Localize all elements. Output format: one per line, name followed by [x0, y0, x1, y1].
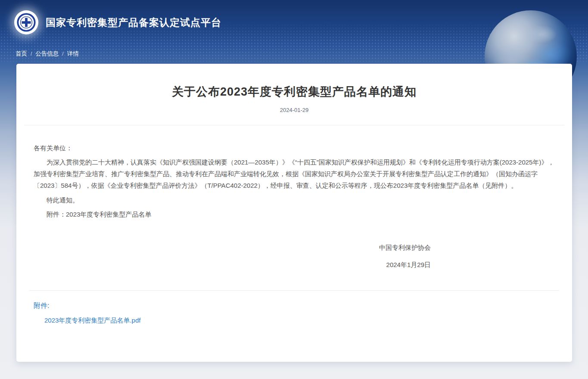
- attachment-file-link[interactable]: 2023年度专利密集型产品名单.pdf: [44, 317, 140, 325]
- brand: 国家专利密集型产品备案认定试点平台: [0, 0, 588, 34]
- signature-date: 2024年1月29日: [34, 259, 431, 270]
- breadcrumb-item-current: 详情: [67, 50, 79, 58]
- attachment-note-line: 附件：2023年度专利密集型产品名单: [34, 208, 556, 220]
- platform-logo-icon: [14, 10, 38, 34]
- breadcrumb-item-home[interactable]: 首页: [16, 50, 27, 58]
- breadcrumb-separator: /: [31, 51, 32, 57]
- site-header: 国家专利密集型产品备案认定试点平台 首页 / 公告信息 / 详情: [0, 0, 588, 64]
- article-body: 各有关单位： 为深入贯彻党的二十大精神，认真落实《知识产权强国建设纲要（2021…: [16, 125, 572, 270]
- page-title: 关于公布2023年度专利密集型产品名单的通知: [16, 84, 572, 99]
- attachments-section: 附件: 2023年度专利密集型产品名单.pdf: [16, 291, 572, 325]
- salutation: 各有关单位：: [34, 142, 556, 154]
- breadcrumb: 首页 / 公告信息 / 详情: [16, 50, 79, 58]
- signature-block: 中国专利保护协会 2024年1月29日: [34, 242, 556, 270]
- page: 国家专利密集型产品备案认定试点平台 首页 / 公告信息 / 详情 关于公布202…: [0, 0, 588, 379]
- article-card: 关于公布2023年度专利密集型产品名单的通知 2024-01-29 各有关单位：…: [16, 64, 572, 362]
- article-head: 关于公布2023年度专利密集型产品名单的通知 2024-01-29: [16, 64, 572, 113]
- breadcrumb-item-announcements[interactable]: 公告信息: [35, 50, 59, 58]
- attachments-label: 附件:: [34, 301, 555, 311]
- signature-org: 中国专利保护协会: [34, 242, 431, 253]
- body-paragraph: 为深入贯彻党的二十大精神，认真落实《知识产权强国建设纲要（2021—2035年）…: [34, 156, 556, 191]
- publish-date: 2024-01-29: [16, 107, 572, 113]
- platform-title: 国家专利密集型产品备案认定试点平台: [46, 16, 221, 29]
- closing-line: 特此通知。: [34, 194, 556, 206]
- breadcrumb-separator: /: [62, 51, 63, 57]
